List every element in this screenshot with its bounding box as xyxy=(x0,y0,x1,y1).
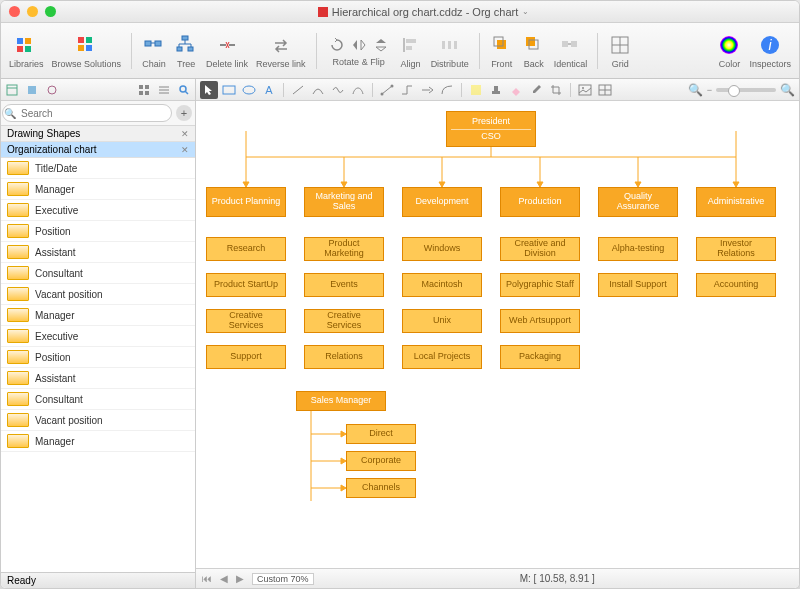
org-node[interactable]: Local Projects xyxy=(402,345,482,369)
zoom-window-button[interactable] xyxy=(45,6,56,17)
pointer-tool-icon[interactable] xyxy=(200,81,218,99)
org-node[interactable]: Administrative xyxy=(696,187,776,217)
org-node[interactable]: Relations xyxy=(304,345,384,369)
reverse-link-button[interactable]: Reverse link xyxy=(256,33,306,69)
rotate-flip-button[interactable]: Rotate & Flip xyxy=(327,35,391,67)
shape-item[interactable]: Consultant xyxy=(1,263,195,284)
org-node[interactable]: Creative Services xyxy=(304,309,384,333)
shape-item[interactable]: Consultant xyxy=(1,389,195,410)
shape-item[interactable]: Vacant position xyxy=(1,410,195,431)
grid-button[interactable]: Grid xyxy=(608,33,632,69)
org-node[interactable]: Accounting xyxy=(696,273,776,297)
rect-tool-icon[interactable] xyxy=(220,81,238,99)
chain-button[interactable]: Chain xyxy=(142,33,166,69)
org-node[interactable]: Unix xyxy=(402,309,482,333)
org-node[interactable]: Channels xyxy=(346,478,416,498)
org-node[interactable]: Alpha-testing xyxy=(598,237,678,261)
stamp-tool-icon[interactable] xyxy=(487,81,505,99)
shape-item[interactable]: Position xyxy=(1,221,195,242)
eraser-tool-icon[interactable] xyxy=(507,81,525,99)
browse-solutions-button[interactable]: Browse Solutions xyxy=(52,33,122,69)
add-button-icon[interactable]: + xyxy=(176,105,192,121)
close-icon[interactable]: ✕ xyxy=(181,129,189,139)
shape-item[interactable]: Title/Date xyxy=(1,158,195,179)
search-toggle-icon[interactable] xyxy=(177,83,191,97)
shape-item[interactable]: Position xyxy=(1,347,195,368)
eyedropper-tool-icon[interactable] xyxy=(527,81,545,99)
back-button[interactable]: Back xyxy=(522,33,546,69)
zoom-slider[interactable] xyxy=(716,88,776,92)
page-nav-prev-icon[interactable]: ◀ xyxy=(220,573,228,584)
category-drawing-shapes[interactable]: Drawing Shapes✕ xyxy=(1,126,195,142)
zoom-out-icon[interactable]: 🔍 xyxy=(688,83,703,97)
org-node[interactable]: Install Support xyxy=(598,273,678,297)
category-organizational-chart[interactable]: Organizational chart✕ xyxy=(1,142,195,158)
close-icon[interactable]: ✕ xyxy=(181,145,189,155)
identical-button[interactable]: Identical xyxy=(554,33,588,69)
org-node-president[interactable]: President CSO xyxy=(446,111,536,147)
panel-tab-3-icon[interactable] xyxy=(45,83,59,97)
chevron-down-icon[interactable]: ⌄ xyxy=(522,7,529,16)
org-node[interactable]: Creative Services xyxy=(206,309,286,333)
inspectors-button[interactable]: i Inspectors xyxy=(749,33,791,69)
shape-item[interactable]: Assistant xyxy=(1,242,195,263)
org-node[interactable]: Corporate xyxy=(346,451,416,471)
page-nav-first-icon[interactable]: ⏮ xyxy=(202,573,212,584)
color-button[interactable]: Color xyxy=(717,33,741,69)
org-node[interactable]: Direct xyxy=(346,424,416,444)
org-node[interactable]: Production xyxy=(500,187,580,217)
zoom-in-icon[interactable]: 🔍 xyxy=(780,83,795,97)
org-node[interactable]: Research xyxy=(206,237,286,261)
org-node[interactable]: Investor Relations xyxy=(696,237,776,261)
shape-item[interactable]: Executive xyxy=(1,200,195,221)
shape-list[interactable]: Title/Date Manager Executive Position As… xyxy=(1,158,195,572)
delete-link-button[interactable]: Delete link xyxy=(206,33,248,69)
spline-tool-icon[interactable] xyxy=(329,81,347,99)
org-node[interactable]: Creative and Division xyxy=(500,237,580,261)
shape-item[interactable]: Vacant position xyxy=(1,284,195,305)
org-node[interactable]: Polygraphic Staff xyxy=(500,273,580,297)
connector-round-icon[interactable] xyxy=(438,81,456,99)
panel-tab-1-icon[interactable] xyxy=(5,83,19,97)
text-tool-icon[interactable]: A xyxy=(260,81,278,99)
org-node[interactable]: Product Marketing xyxy=(304,237,384,261)
tree-button[interactable]: Tree xyxy=(174,33,198,69)
table-tool-icon[interactable] xyxy=(596,81,614,99)
org-node[interactable]: Development xyxy=(402,187,482,217)
marker-tool-icon[interactable] xyxy=(467,81,485,99)
line-tool-icon[interactable] xyxy=(289,81,307,99)
search-input[interactable] xyxy=(2,104,172,122)
connector-arrow-icon[interactable] xyxy=(418,81,436,99)
front-button[interactable]: Front xyxy=(490,33,514,69)
connector-smart-icon[interactable] xyxy=(398,81,416,99)
minimize-window-button[interactable] xyxy=(27,6,38,17)
org-node[interactable]: Product StartUp xyxy=(206,273,286,297)
panel-tab-2-icon[interactable] xyxy=(25,83,39,97)
distribute-button[interactable]: Distribute xyxy=(431,33,469,69)
close-window-button[interactable] xyxy=(9,6,20,17)
bezier-tool-icon[interactable] xyxy=(349,81,367,99)
shape-item[interactable]: Assistant xyxy=(1,368,195,389)
shape-item[interactable]: Manager xyxy=(1,305,195,326)
org-node[interactable]: Macintosh xyxy=(402,273,482,297)
zoom-dropdown[interactable]: Custom 70% xyxy=(252,573,314,585)
shape-item[interactable]: Manager xyxy=(1,179,195,200)
canvas[interactable]: President CSO Product Planning Marketing… xyxy=(196,101,799,568)
org-node[interactable]: Events xyxy=(304,273,384,297)
org-node[interactable]: Product Planning xyxy=(206,187,286,217)
arc-tool-icon[interactable] xyxy=(309,81,327,99)
view-list-icon[interactable] xyxy=(157,83,171,97)
libraries-button[interactable]: Libraries xyxy=(9,33,44,69)
org-node[interactable]: Web Artsupport xyxy=(500,309,580,333)
connector-direct-icon[interactable] xyxy=(378,81,396,99)
ellipse-tool-icon[interactable] xyxy=(240,81,258,99)
org-node[interactable]: Quality Assurance xyxy=(598,187,678,217)
align-button[interactable]: Align xyxy=(399,33,423,69)
view-grid-icon[interactable] xyxy=(137,83,151,97)
crop-tool-icon[interactable] xyxy=(547,81,565,99)
page-nav-next-icon[interactable]: ▶ xyxy=(236,573,244,584)
image-tool-icon[interactable] xyxy=(576,81,594,99)
org-node[interactable]: Support xyxy=(206,345,286,369)
org-node[interactable]: Windows xyxy=(402,237,482,261)
shape-item[interactable]: Manager xyxy=(1,431,195,452)
